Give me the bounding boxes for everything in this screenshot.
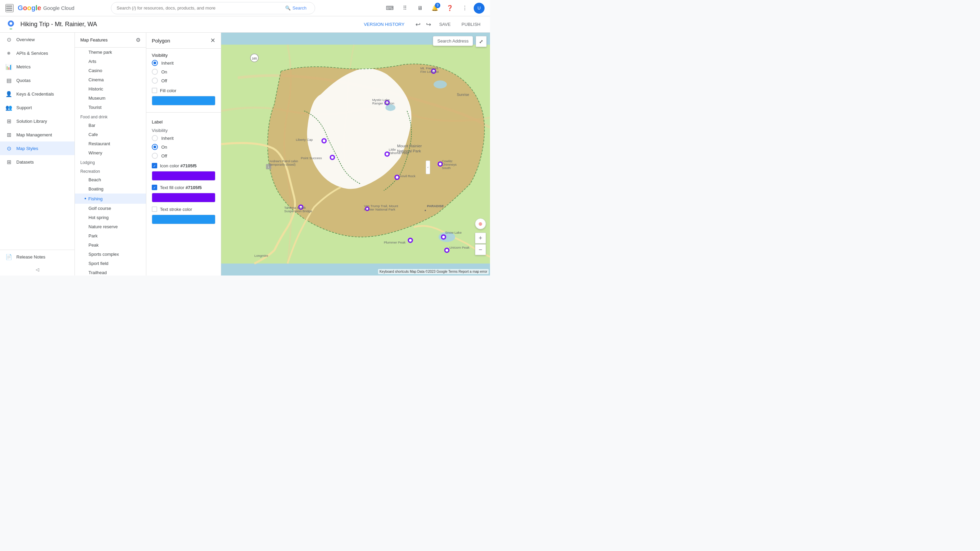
- feature-cafe[interactable]: Cafe: [75, 130, 146, 139]
- label-off-text: Off: [161, 153, 167, 159]
- category-lodging: Lodging: [75, 157, 146, 166]
- feature-golf-course[interactable]: Golf course: [75, 204, 146, 213]
- save-button[interactable]: SAVE: [435, 20, 455, 29]
- text-stroke-checkbox[interactable]: [152, 206, 157, 212]
- sidebar-item-datasets[interactable]: ⊞ Datasets: [0, 155, 75, 169]
- collapse-sidebar-button[interactable]: ◁: [0, 264, 75, 275]
- feature-museum[interactable]: Museum: [75, 94, 146, 103]
- main-layout: ⊙ Overview ⎈ APIs & Services 📊 Metrics ▤…: [0, 33, 490, 275]
- feature-sports-complex[interactable]: Sports complex: [75, 250, 146, 259]
- sidebar-item-release-notes[interactable]: 📄 Release Notes: [0, 250, 75, 264]
- text-stroke-row: Text stroke color: [152, 206, 215, 212]
- cloud-text: Google Cloud: [43, 5, 75, 11]
- sidebar-item-metrics[interactable]: 📊 Metrics: [0, 60, 75, 73]
- sidebar-label-metrics: Metrics: [16, 64, 30, 69]
- icon-color-swatch[interactable]: [152, 171, 215, 181]
- fullscreen-button[interactable]: ⤢: [476, 36, 487, 47]
- keys-icon: 👤: [5, 91, 12, 97]
- logo-g-blue: G: [18, 4, 23, 11]
- zoom-out-icon: −: [479, 246, 482, 253]
- help-icon: ❓: [447, 5, 453, 11]
- search-input[interactable]: [117, 5, 282, 11]
- apps-button[interactable]: ⠿: [399, 2, 411, 14]
- settings-icon[interactable]: ⚙: [136, 37, 140, 43]
- cloud-shell-button[interactable]: ⌨: [384, 2, 396, 14]
- fill-color-checkbox[interactable]: [152, 88, 157, 93]
- text-stroke-swatch[interactable]: [152, 214, 215, 224]
- label-inherit[interactable]: Inherit: [152, 135, 215, 141]
- metrics-icon: 📊: [5, 63, 12, 70]
- feature-fishing[interactable]: Fishing: [75, 194, 146, 204]
- label-on[interactable]: On: [152, 144, 215, 150]
- version-history-link[interactable]: VERSION HISTORY: [364, 22, 404, 27]
- more-options-button[interactable]: ⋮: [459, 2, 471, 14]
- sidebar-item-solution[interactable]: ⊞ Solution Library: [0, 114, 75, 128]
- feature-beach[interactable]: Beach: [75, 175, 146, 184]
- zoom-in-button[interactable]: +: [475, 233, 486, 243]
- feature-hot-spring[interactable]: Hot spring: [75, 213, 146, 222]
- svg-text:National Park: National Park: [397, 149, 421, 153]
- feature-group-food: Bar Cafe Restaurant Winery: [75, 121, 146, 157]
- search-address-bar[interactable]: Search Address: [433, 36, 473, 46]
- sidebar-label-support: Support: [16, 105, 32, 110]
- hamburger-menu[interactable]: [5, 4, 14, 12]
- feature-casino[interactable]: Casino: [75, 66, 146, 75]
- text-fill-swatch[interactable]: [152, 193, 215, 202]
- label-on-text: On: [161, 144, 167, 150]
- feature-nature-reserve[interactable]: Nature reserve: [75, 222, 146, 231]
- sidebar-item-map-styles[interactable]: ⊙ Map Styles: [0, 141, 75, 155]
- search-button[interactable]: 🔍 Search: [282, 4, 309, 12]
- map-management-icon: ⊞: [5, 131, 12, 138]
- undo-button[interactable]: ↩: [414, 19, 422, 30]
- feature-historic[interactable]: Historic: [75, 84, 146, 94]
- svg-text:Snow Lake: Snow Lake: [445, 230, 461, 234]
- svg-point-13: [323, 140, 325, 142]
- notification-button[interactable]: 🔔 9: [429, 2, 441, 14]
- icon-color-checkbox[interactable]: [152, 163, 157, 168]
- feature-sport-field[interactable]: Sport field: [75, 259, 146, 268]
- map-area[interactable]: i Mt. Fremont Fire Lookout Mystic Lake R…: [221, 33, 490, 275]
- avatar[interactable]: U: [474, 3, 485, 14]
- cloud-shell-icon: ⌨: [386, 5, 394, 11]
- sidebar-item-keys[interactable]: 👤 Keys & Credentials: [0, 87, 75, 101]
- visibility-section-title: Visibility: [146, 49, 221, 60]
- help-button[interactable]: ❓: [444, 2, 456, 14]
- sidebar-item-overview[interactable]: ⊙ Overview: [0, 33, 75, 46]
- sidebar-label-map-styles: Map Styles: [16, 146, 38, 151]
- feature-theme-park[interactable]: Theme park: [75, 48, 146, 57]
- sidebar-item-quotas[interactable]: ▤ Quotas: [0, 73, 75, 87]
- label-off[interactable]: Off: [152, 153, 215, 159]
- visibility-on[interactable]: On: [152, 69, 215, 75]
- close-polygon-button[interactable]: ✕: [210, 37, 215, 44]
- screen-button[interactable]: 🖥: [414, 2, 426, 14]
- feature-park[interactable]: Park: [75, 231, 146, 240]
- feature-trailhead[interactable]: Trailhead: [75, 268, 146, 275]
- feature-tourist[interactable]: Tourist: [75, 103, 146, 112]
- publish-button[interactable]: PUBLISH: [457, 20, 485, 29]
- visibility-inherit[interactable]: Inherit: [152, 60, 215, 66]
- compass-button[interactable]: ⊕: [475, 218, 486, 229]
- feature-bar[interactable]: Bar: [75, 121, 146, 130]
- on-label: On: [161, 69, 167, 75]
- svg-point-29: [445, 249, 448, 252]
- feature-restaurant[interactable]: Restaurant: [75, 139, 146, 148]
- feature-cinema[interactable]: Cinema: [75, 75, 146, 84]
- text-fill-checkbox[interactable]: [152, 185, 157, 190]
- svg-text:i: i: [268, 165, 269, 169]
- zoom-out-button[interactable]: −: [475, 244, 486, 255]
- top-bar: Google Google Cloud 🔍 Search ⌨ ⠿ 🖥 🔔 9 ❓…: [0, 0, 490, 16]
- feature-peak[interactable]: Peak: [75, 240, 146, 250]
- feature-boating[interactable]: Boating: [75, 184, 146, 194]
- feature-arts[interactable]: Arts: [75, 57, 146, 66]
- svg-point-27: [409, 239, 412, 242]
- fill-color-section: Fill color: [146, 88, 221, 110]
- fill-color-swatch[interactable]: [152, 96, 215, 105]
- feature-winery[interactable]: Winery: [75, 148, 146, 157]
- visibility-off[interactable]: Off: [152, 78, 215, 84]
- page-title: Hiking Trip - Mt. Rainier, WA: [21, 21, 97, 28]
- sidebar-item-support[interactable]: 👥 Support: [0, 101, 75, 114]
- sidebar-label-keys: Keys & Credentials: [16, 92, 54, 97]
- sidebar-item-map-management[interactable]: ⊞ Map Management: [0, 128, 75, 141]
- sidebar-item-apis[interactable]: ⎈ APIs & Services: [0, 46, 75, 60]
- redo-button[interactable]: ↪: [425, 19, 433, 30]
